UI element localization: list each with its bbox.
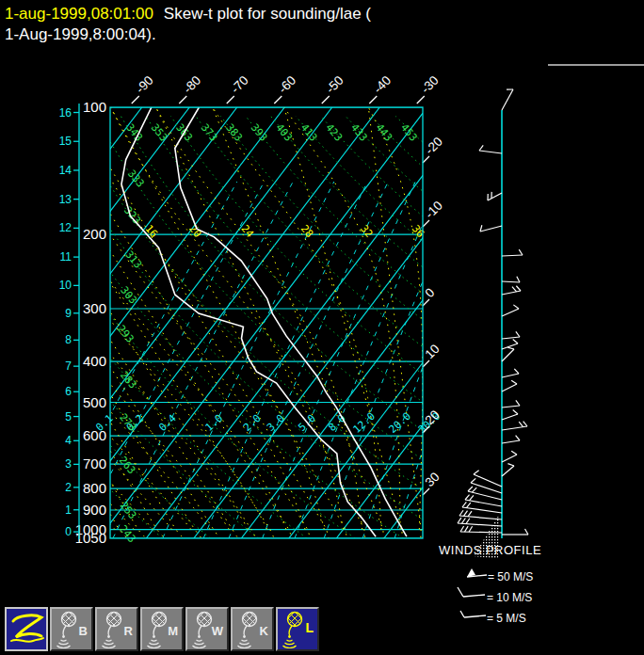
svg-text:1: 1 <box>65 503 72 517</box>
svg-text:10: 10 <box>423 342 443 361</box>
svg-text:243: 243 <box>117 523 138 546</box>
svg-text:-70: -70 <box>228 73 250 96</box>
svg-text:7: 7 <box>65 359 72 373</box>
svg-text:343: 343 <box>123 121 145 144</box>
svg-text:32: 32 <box>358 223 375 241</box>
svg-text:253: 253 <box>118 500 139 522</box>
svg-text:2.0: 2.0 <box>241 412 263 434</box>
svg-text:5: 5 <box>65 410 72 423</box>
svg-text:-60: -60 <box>276 73 298 96</box>
svg-text:30: 30 <box>423 470 443 489</box>
svg-text:423: 423 <box>323 121 345 144</box>
toolbar-button-zebra-logo[interactable] <box>5 607 48 651</box>
svg-text:11: 11 <box>60 250 72 264</box>
svg-text:2: 2 <box>65 481 72 494</box>
svg-text:0: 0 <box>423 285 438 300</box>
svg-text:-40: -40 <box>371 73 394 96</box>
zebra-logo-icon <box>7 610 46 650</box>
svg-text:-50: -50 <box>323 73 346 96</box>
svg-text:383: 383 <box>223 121 245 144</box>
svg-text:3: 3 <box>65 457 72 471</box>
toolbar-button-b[interactable]: B <box>50 607 93 651</box>
svg-text:9: 9 <box>65 307 72 320</box>
svg-text:13: 13 <box>59 193 72 206</box>
svg-text:14: 14 <box>59 164 72 177</box>
skewt-chart-canvas[interactable]: 100200300400500600700800900100010500.10.… <box>0 0 644 655</box>
svg-text:16: 16 <box>59 106 72 120</box>
svg-text:443: 443 <box>373 121 394 144</box>
winds-profile-title: WINDS PROFILE <box>439 543 541 557</box>
toolbar: B R M W K L <box>0 607 644 654</box>
svg-text:-20: -20 <box>423 135 445 157</box>
svg-text:0: 0 <box>65 525 72 538</box>
svg-text:373: 373 <box>199 121 220 144</box>
toolbar-button-k[interactable]: K <box>231 607 274 651</box>
svg-text:413: 413 <box>298 121 320 144</box>
svg-text:500: 500 <box>83 394 106 410</box>
svg-text:283: 283 <box>118 369 139 391</box>
toolbar-button-label: R <box>124 624 133 638</box>
svg-text:-80: -80 <box>181 73 203 96</box>
svg-text:333: 333 <box>125 168 147 190</box>
svg-text:0.4: 0.4 <box>156 412 179 434</box>
svg-text:28: 28 <box>298 223 315 241</box>
toolbar-button-label: W <box>212 624 223 638</box>
svg-text:323: 323 <box>121 204 143 227</box>
svg-text:4: 4 <box>65 434 72 447</box>
svg-text:400: 400 <box>83 353 106 369</box>
svg-text:353: 353 <box>149 121 170 144</box>
svg-text:300: 300 <box>83 300 106 316</box>
svg-text:200: 200 <box>83 226 106 242</box>
svg-text:393: 393 <box>249 121 270 144</box>
toolbar-button-w[interactable]: W <box>185 607 229 651</box>
toolbar-button-label: L <box>305 620 314 635</box>
svg-text:-10: -10 <box>423 199 445 221</box>
svg-text:8: 8 <box>65 333 72 346</box>
toolbar-button-label: M <box>168 624 178 638</box>
svg-text:15: 15 <box>59 135 72 148</box>
toolbar-button-m[interactable]: M <box>140 607 184 651</box>
legend-50ms-label: = 50 M/S <box>488 570 533 583</box>
svg-text:24: 24 <box>238 223 256 241</box>
svg-text:3.0: 3.0 <box>265 412 286 434</box>
zebra-skewt-window: { "title": { "timestamp": "1-aug-1999,08… <box>0 0 644 655</box>
svg-text:263: 263 <box>117 455 138 477</box>
svg-text:6: 6 <box>65 385 72 398</box>
svg-text:700: 700 <box>83 455 106 471</box>
legend-10ms-label: = 10 M/S <box>487 591 532 604</box>
svg-text:16: 16 <box>142 223 159 241</box>
toolbar-button-label: B <box>79 624 88 638</box>
svg-text:12: 12 <box>59 221 72 234</box>
toolbar-button-label: K <box>260 624 268 638</box>
svg-text:-30: -30 <box>418 73 441 96</box>
toolbar-button-r[interactable]: R <box>95 607 138 651</box>
svg-text:900: 900 <box>83 502 106 518</box>
svg-text:-90: -90 <box>133 73 155 96</box>
svg-text:100: 100 <box>83 99 106 115</box>
svg-text:800: 800 <box>83 480 106 496</box>
svg-text:10: 10 <box>59 279 72 292</box>
toolbar-button-l-active[interactable]: L <box>276 607 319 651</box>
svg-text:12.0: 12.0 <box>351 410 378 436</box>
